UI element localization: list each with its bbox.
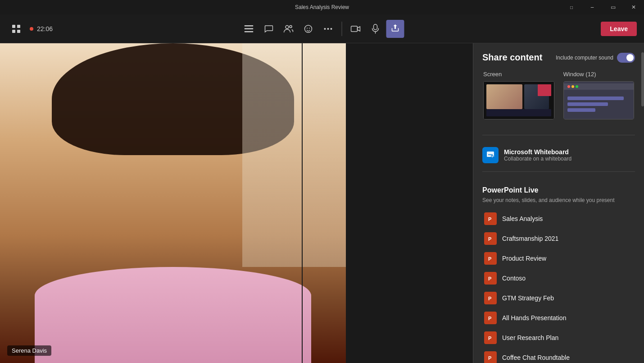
svg-text:P: P	[488, 355, 491, 361]
powerpoint-desc: See your notes, slides, and audience whi…	[482, 197, 635, 203]
ppt-file-icon: P	[484, 312, 497, 324]
svg-point-7	[286, 25, 289, 28]
svg-text:P: P	[488, 296, 491, 301]
sound-label: Include computer sound	[556, 55, 613, 61]
dot-max	[576, 85, 578, 88]
ppt-file-icon: P	[484, 292, 497, 304]
line2	[567, 102, 608, 106]
close-button[interactable]: ✕	[623, 0, 644, 14]
screen-window-section: Screen Window (12)	[473, 70, 644, 135]
whiteboard-item[interactable]: Microsoft Whiteboard Collaborate on a wh…	[473, 142, 644, 168]
recording-indicator: 22:06	[30, 25, 53, 32]
ppt-file-name: User Research Plan	[502, 334, 558, 341]
svg-point-8	[290, 25, 292, 28]
svg-point-10	[307, 28, 308, 28]
camera-button[interactable]	[347, 20, 365, 38]
powerpoint-section: PowerPoint Live See your notes, slides, …	[473, 179, 644, 363]
hamburger-button[interactable]	[240, 20, 258, 38]
share-icon	[391, 24, 400, 32]
svg-rect-5	[245, 28, 254, 29]
restore-button[interactable]: □	[561, 0, 582, 14]
screen-option[interactable]: Screen	[482, 70, 555, 120]
svg-rect-1	[17, 25, 20, 28]
svg-rect-6	[245, 31, 254, 32]
people-button[interactable]	[280, 20, 298, 38]
window-label: Window (12)	[563, 71, 635, 78]
chat-icon	[264, 24, 273, 33]
main-video-serena: Serena Davis	[0, 43, 346, 363]
ppt-file-name: Sales Analysis	[502, 215, 543, 222]
more-icon	[324, 28, 333, 30]
ppt-file-name: All Hands Presentation	[502, 314, 566, 322]
share-panel: Share content Include computer sound Scr…	[473, 43, 644, 363]
ppt-file-item[interactable]: P Craftsmanship 2021	[482, 229, 635, 248]
minimize-button[interactable]: –	[582, 0, 603, 14]
whiteboard-icon	[482, 147, 499, 163]
meeting-toolbar: 22:06	[0, 14, 644, 43]
preview-bar	[486, 109, 551, 116]
ppt-file-icon: P	[484, 351, 497, 363]
svg-text:P: P	[488, 335, 491, 341]
grid-icon-button[interactable]	[7, 20, 25, 38]
divider-1	[482, 135, 635, 135]
dot-min	[571, 85, 574, 88]
side-video-fourth	[302, 289, 303, 363]
svg-text:P: P	[488, 236, 491, 242]
ppt-file-icon: P	[484, 232, 497, 245]
ppt-file-item[interactable]: P Sales Analysis	[482, 209, 635, 229]
divider-2	[482, 171, 635, 172]
reactions-icon	[304, 24, 313, 33]
reactions-button[interactable]	[299, 20, 317, 38]
ppt-file-name: Craftsmanship 2021	[502, 235, 558, 242]
ppt-file-item[interactable]: P Coffee Chat Roundtable	[482, 348, 635, 363]
share-row: Screen Window (12)	[482, 70, 635, 120]
ppt-file-item[interactable]: P User Research Plan	[482, 328, 635, 348]
ppt-file-name: Contoso	[502, 275, 526, 282]
record-dot	[30, 27, 33, 31]
whiteboard-svg	[486, 151, 495, 160]
svg-text:P: P	[488, 256, 491, 262]
ppt-file-icon: P	[484, 212, 497, 225]
ppt-file-list: P Sales Analysis P Craftsmanship 2021 P …	[482, 209, 635, 363]
ppt-file-item[interactable]: P GTM Strategy Feb	[482, 288, 635, 308]
svg-point-13	[327, 28, 329, 30]
svg-point-14	[331, 28, 332, 30]
main-content: Serena Davis Aadi Kapoor	[0, 43, 644, 363]
ppt-file-name: Product Review	[502, 255, 546, 262]
svg-point-11	[309, 28, 310, 28]
ppt-file-item[interactable]: P All Hands Presentation	[482, 308, 635, 328]
leave-button[interactable]: Leave	[601, 22, 637, 36]
share-panel-header: Share content Include computer sound	[473, 43, 644, 70]
share-screen-button[interactable]	[386, 20, 404, 38]
svg-text:P: P	[488, 276, 491, 281]
sound-toggle[interactable]	[617, 53, 635, 63]
window-preview	[563, 81, 635, 119]
camera-icon	[351, 25, 361, 32]
window-option[interactable]: Window (12)	[562, 70, 635, 120]
ppt-file-icon: P	[484, 331, 497, 344]
window-content	[567, 96, 630, 112]
chat-button[interactable]	[260, 20, 278, 38]
background-wall	[242, 43, 346, 267]
scrollbar-thumb[interactable]	[641, 52, 644, 106]
shirt	[35, 267, 311, 363]
window-controls: □ – ▭ ✕	[561, 0, 644, 14]
maximize-button[interactable]: ▭	[603, 0, 623, 14]
scrollbar-track	[641, 43, 644, 363]
side-video-aadi: Aadi Kapoor	[302, 43, 303, 166]
video-area: Serena Davis Aadi Kapoor	[0, 43, 473, 363]
more-button[interactable]	[319, 20, 337, 38]
hamburger-icon	[245, 25, 254, 32]
meeting-timer: 22:06	[37, 25, 53, 32]
window-chrome	[564, 83, 634, 90]
powerpoint-title: PowerPoint Live	[482, 186, 635, 194]
toolbar-divider	[342, 22, 342, 36]
ppt-file-icon: P	[484, 272, 497, 285]
ppt-file-item[interactable]: P Product Review	[482, 248, 635, 268]
mic-button[interactable]	[367, 20, 385, 38]
share-panel-title: Share content	[482, 52, 542, 63]
svg-text:P: P	[488, 216, 491, 222]
ppt-file-item[interactable]: P Contoso	[482, 268, 635, 288]
people-icon	[284, 25, 294, 33]
preview-accent	[538, 84, 551, 96]
